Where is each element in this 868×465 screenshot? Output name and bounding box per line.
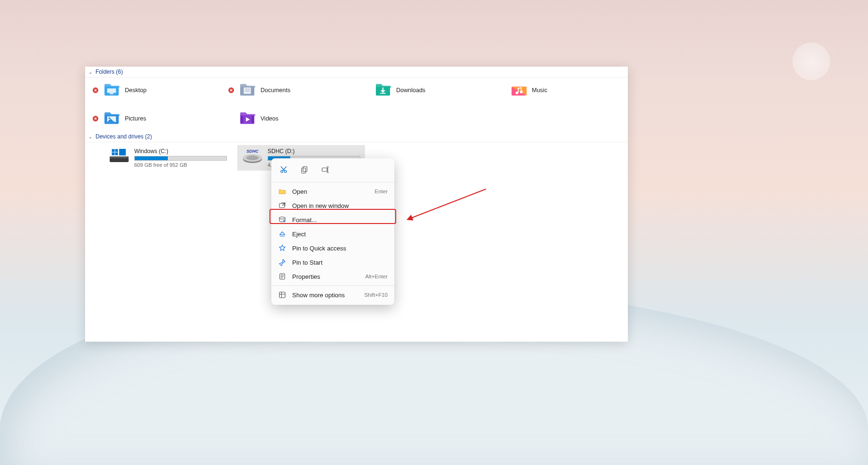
drive-name: SDHC (D:) [268, 148, 360, 155]
folder-label: Documents [260, 87, 290, 94]
more-options-icon [278, 291, 286, 299]
videos-folder-icon [239, 111, 256, 127]
svg-rect-33 [303, 166, 307, 172]
error-badge-icon [93, 116, 98, 121]
context-menu-more-options[interactable]: Show more options Shift+F10 [271, 288, 394, 302]
chevron-down-icon: ⌄ [87, 134, 94, 139]
folders-grid: Desktop Documents Downloads Music Pictur… [85, 78, 628, 131]
folder-item-videos[interactable]: Videos [221, 109, 356, 129]
svg-rect-26 [115, 152, 118, 155]
cut-icon[interactable] [278, 164, 289, 175]
music-folder-icon [510, 82, 527, 98]
error-badge-icon [93, 87, 98, 93]
desktop-folder-icon [103, 82, 120, 98]
context-menu-label: Format... [292, 216, 317, 224]
context-menu-open-window[interactable]: Open in new window [271, 198, 394, 213]
chevron-down-icon: ⌄ [87, 69, 94, 75]
svg-rect-2 [110, 93, 113, 95]
context-menu-more-label: Show more options [292, 292, 345, 299]
copy-icon[interactable] [299, 164, 310, 175]
svg-point-37 [279, 217, 285, 219]
context-menu-pin[interactable]: Pin to Start [271, 255, 394, 269]
svg-point-32 [285, 171, 287, 173]
drive-capacity-bar [134, 156, 227, 161]
folder-label: Desktop [125, 87, 147, 94]
folder-label: Music [532, 87, 547, 94]
folder-item-downloads[interactable]: Downloads [356, 80, 492, 100]
context-menu-eject[interactable]: Eject [271, 227, 394, 241]
svg-rect-4 [244, 87, 251, 94]
svg-rect-24 [115, 149, 118, 152]
folder-item-pictures[interactable]: Pictures [85, 109, 221, 129]
format-icon [278, 215, 286, 224]
context-menu-folder-open[interactable]: Open Enter [271, 184, 394, 198]
folder-item-music[interactable]: Music [492, 80, 628, 100]
context-menu-label: Properties [292, 273, 320, 280]
svg-rect-18 [252, 116, 253, 123]
downloads-folder-icon [374, 82, 391, 98]
folders-section-title: Folders (6) [95, 69, 123, 75]
svg-rect-17 [241, 116, 243, 123]
documents-folder-icon [239, 82, 256, 98]
svg-rect-35 [322, 168, 327, 172]
eject-icon [278, 230, 286, 238]
svg-rect-34 [302, 168, 305, 173]
context-menu-properties[interactable]: Properties Alt+Enter [271, 269, 394, 284]
context-menu-shortcut: Alt+Enter [365, 274, 388, 279]
folder-label: Downloads [396, 87, 425, 94]
context-menu-star[interactable]: Pin to Quick access [271, 241, 394, 255]
drives-section-title: Devices and drives (2) [95, 133, 152, 140]
svg-rect-1 [107, 88, 116, 93]
context-menu-label: Open in new window [292, 202, 349, 209]
drive-icon [109, 148, 130, 168]
svg-rect-43 [279, 292, 285, 298]
svg-rect-22 [119, 149, 126, 155]
background-moon [792, 43, 830, 80]
drives-section-header[interactable]: ⌄ Devices and drives (2) [85, 131, 628, 142]
error-badge-icon [228, 87, 234, 93]
context-menu-format[interactable]: Format... [271, 213, 394, 227]
star-icon [278, 244, 286, 252]
svg-point-12 [520, 91, 523, 94]
drive-name: Windows (C:) [134, 148, 227, 155]
drive-item-0[interactable]: Windows (C:) 609 GB free of 952 GB [104, 145, 232, 171]
context-menu-shortcut: Enter [375, 189, 388, 194]
folder-item-documents[interactable]: Documents [221, 80, 356, 100]
context-menu-separator [271, 182, 394, 182]
svg-rect-23 [112, 149, 115, 152]
svg-rect-25 [112, 152, 115, 155]
context-menu-label: Eject [292, 231, 306, 238]
pictures-folder-icon [103, 111, 120, 127]
context-menu-label: Pin to Quick access [292, 245, 346, 252]
context-menu-label: Pin to Start [292, 259, 322, 266]
context-menu-label: Open [292, 188, 307, 195]
drive-icon: SDHC [242, 148, 263, 168]
svg-text:SDHC: SDHC [246, 149, 259, 154]
folder-open-icon [278, 187, 286, 196]
svg-point-15 [108, 117, 110, 119]
svg-point-31 [281, 171, 283, 173]
folder-label: Videos [260, 115, 278, 122]
folder-label: Pictures [125, 115, 146, 122]
folder-item-desktop[interactable]: Desktop [85, 80, 221, 100]
context-menu-more-shortcut: Shift+F10 [364, 292, 388, 298]
open-window-icon [278, 201, 286, 210]
svg-rect-20 [110, 156, 129, 158]
rename-icon[interactable] [320, 164, 331, 175]
context-menu-topbar [271, 161, 394, 180]
context-menu: Open Enter Open in new window Format... … [271, 158, 394, 305]
properties-icon [278, 272, 286, 281]
folders-section-header[interactable]: ⌄ Folders (6) [85, 67, 628, 78]
drive-free-text: 609 GB free of 952 GB [134, 162, 227, 168]
svg-point-29 [246, 155, 259, 160]
pin-icon [278, 258, 286, 267]
context-menu-separator [271, 285, 394, 286]
